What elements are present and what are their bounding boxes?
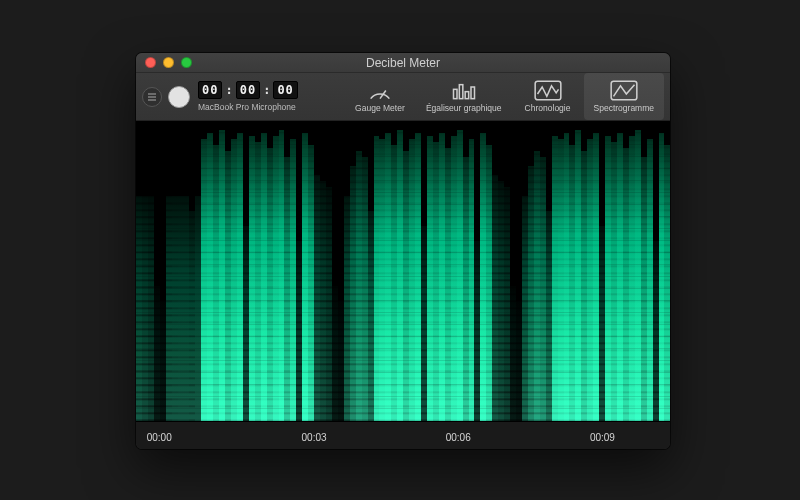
tab-label: Égaliseur graphique <box>426 103 502 113</box>
spectro-icon <box>610 81 638 101</box>
spectrogram-view[interactable] <box>136 121 670 421</box>
tab-label: Gauge Meter <box>355 103 405 113</box>
timer-sep: : <box>224 83 233 97</box>
zoom-icon[interactable] <box>181 57 192 68</box>
tab-gauge[interactable]: Gauge Meter <box>344 73 416 120</box>
toolbar: 00 : 00 : 00 MacBook Pro Microphone Gaug… <box>136 73 670 121</box>
time-axis: 00:0000:0300:0600:09 <box>136 421 670 449</box>
svg-rect-7 <box>471 87 475 99</box>
menu-icon <box>146 91 158 103</box>
tab-label: Chronologie <box>525 103 571 113</box>
tab-spectrogram[interactable]: Spectrogramme <box>584 73 664 120</box>
minimize-icon[interactable] <box>163 57 174 68</box>
window-controls <box>136 57 192 68</box>
app-window: Decibel Meter 00 : 00 : 00 MacBoo <box>136 53 670 449</box>
settings-button[interactable] <box>142 87 162 107</box>
timer-ss: 00 <box>273 81 297 99</box>
wave-icon <box>534 81 562 101</box>
tab-equalizer[interactable]: Égaliseur graphique <box>416 73 512 120</box>
svg-rect-6 <box>465 92 469 99</box>
tab-chronology[interactable]: Chronologie <box>512 73 584 120</box>
time-tick: 00:06 <box>446 432 471 443</box>
time-tick: 00:09 <box>590 432 615 443</box>
time-tick: 00:00 <box>147 432 172 443</box>
record-button[interactable] <box>168 86 190 108</box>
svg-rect-5 <box>459 85 463 99</box>
timer-mm: 00 <box>236 81 260 99</box>
tab-label: Spectrogramme <box>594 103 654 113</box>
time-tick: 00:03 <box>302 432 327 443</box>
timer-display: 00 : 00 : 00 MacBook Pro Microphone <box>198 81 298 112</box>
spectrogram-column <box>664 121 670 421</box>
timer-sep: : <box>262 83 271 97</box>
gauge-icon <box>366 81 394 101</box>
titlebar[interactable]: Decibel Meter <box>136 53 670 73</box>
bars-icon <box>450 81 478 101</box>
timer-hh: 00 <box>198 81 222 99</box>
close-icon[interactable] <box>145 57 156 68</box>
svg-rect-4 <box>453 89 457 98</box>
window-title: Decibel Meter <box>136 56 670 70</box>
input-source-label[interactable]: MacBook Pro Microphone <box>198 102 296 112</box>
